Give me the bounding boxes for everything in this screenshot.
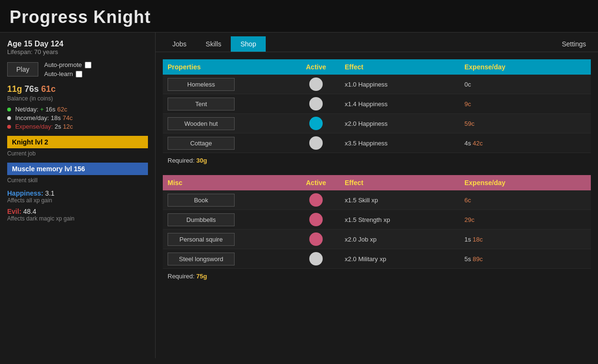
item-button[interactable]: Dumbbells: [168, 213, 235, 226]
expense-silver: 1s: [464, 236, 473, 243]
item-btn-container: Cottage: [168, 137, 287, 150]
auto-learn-label: Auto-learn: [44, 70, 73, 77]
gold-amount: 11g: [7, 84, 22, 94]
net-dot: [7, 108, 11, 111]
expense-text: 9c: [464, 100, 560, 108]
current-skill-label: Current skill: [7, 177, 148, 184]
tab-shop[interactable]: Shop: [231, 36, 266, 52]
expense-silver: 4s: [464, 140, 473, 147]
item-button[interactable]: Wooden hut: [168, 117, 235, 130]
copper-amount: 61c: [41, 84, 56, 94]
item-button[interactable]: Tent: [168, 98, 235, 110]
active-radio[interactable]: [309, 136, 323, 150]
item-button[interactable]: Cottage: [168, 137, 235, 150]
expense-copper: 12c: [63, 123, 73, 130]
misc-col1: Misc: [168, 179, 287, 187]
expense-copper: 18c: [473, 236, 483, 243]
item-btn-container: Steel longsword: [168, 253, 287, 265]
app-title: Progress Knight: [10, 7, 588, 27]
expense-dot: [7, 125, 11, 129]
table-row: Steel longsword x2.0 Military xp 5s 89c: [163, 249, 591, 269]
item-btn-container: Homeless: [168, 78, 287, 91]
net-day-sign: +: [40, 106, 45, 113]
evil-line: Evil: 48.4: [7, 208, 148, 215]
expense-text: 29c: [464, 216, 560, 223]
right-panel: Jobs Skills Shop Settings Properties Act…: [156, 33, 598, 358]
active-radio[interactable]: [309, 213, 323, 226]
item-button[interactable]: Steel longsword: [168, 253, 235, 265]
table-row: Dumbbells x1.5 Strength xp 29c: [163, 210, 591, 230]
income-copper: 74c: [63, 114, 73, 121]
job-bar[interactable]: Knight lvl 2: [7, 136, 148, 148]
radio-container: [287, 117, 345, 130]
income-dot: [7, 116, 11, 120]
auto-learn-checkbox[interactable]: [76, 71, 82, 77]
props-col3: Effect: [345, 63, 464, 71]
play-button[interactable]: Play: [7, 62, 38, 77]
tab-skills[interactable]: Skills: [196, 36, 231, 52]
expense-val: 59c: [464, 120, 474, 127]
expense-val: 0c: [464, 81, 471, 88]
auto-promote-option[interactable]: Auto-promote: [44, 61, 91, 68]
active-radio[interactable]: [309, 77, 323, 91]
item-button[interactable]: Book: [168, 194, 235, 207]
happiness-line: Happiness: 3.1: [7, 189, 148, 197]
props-col4: Expense/day: [464, 63, 560, 71]
item-button[interactable]: Homeless: [168, 78, 235, 91]
effect-text: x2.0 Happiness: [345, 120, 464, 127]
header: Progress Knight: [0, 0, 598, 33]
settings-button[interactable]: Settings: [557, 36, 591, 52]
expense-text: 5s 89c: [464, 255, 560, 263]
happiness-value: 3.1: [45, 189, 54, 197]
item-btn-container: Book: [168, 194, 287, 207]
auto-promote-checkbox[interactable]: [85, 62, 91, 68]
active-radio[interactable]: [309, 252, 323, 265]
effect-text: x1.5 Strength xp: [345, 216, 464, 223]
item-btn-container: Wooden hut: [168, 117, 287, 130]
lifespan-label: Lifespan: 70 years: [7, 48, 148, 55]
effect-text: x1.4 Happiness: [345, 100, 464, 108]
tab-jobs[interactable]: Jobs: [163, 36, 196, 52]
table-row: Tent x1.4 Happiness 9c: [163, 94, 591, 114]
active-radio[interactable]: [309, 232, 323, 246]
active-radio[interactable]: [309, 193, 323, 207]
effect-text: x3.5 Happiness: [345, 140, 464, 147]
active-radio[interactable]: [309, 97, 323, 110]
expense-copper: 42c: [473, 140, 483, 147]
age-info: Age 15 Day 124 Lifespan: 70 years: [7, 40, 148, 55]
happiness-section: Happiness: 3.1 Affects all xp gain: [7, 189, 148, 204]
current-job-label: Current job: [7, 150, 148, 157]
expense-silver: 2s: [55, 123, 61, 130]
radio-container: [287, 213, 345, 226]
balance-label: Balance (in coins): [7, 95, 148, 102]
active-radio[interactable]: [309, 117, 323, 130]
expense-label: Expense/day:: [15, 123, 53, 130]
expense-val: 29c: [464, 216, 474, 223]
table-row: Homeless x1.0 Happiness 0c: [163, 75, 591, 94]
props-col2: Active: [287, 63, 345, 71]
expense-text: 6c: [464, 197, 560, 204]
expense-val: 6c: [464, 197, 471, 204]
props-col1: Properties: [168, 63, 287, 71]
expense-line: Expense/day: 2s 12c: [7, 123, 148, 130]
auto-learn-option[interactable]: Auto-learn: [44, 70, 91, 77]
skill-bar[interactable]: Muscle memory lvl 156: [7, 163, 148, 175]
age-label: Age 15 Day 124: [7, 40, 148, 48]
effect-text: x2.0 Job xp: [345, 236, 464, 243]
misc-req-label: Required:: [168, 273, 194, 280]
auto-options: Auto-promote Auto-learn: [44, 61, 91, 77]
misc-rows: Book x1.5 Skill xp 6c Dumbbells x1.5 Str…: [163, 190, 591, 269]
shop-content: Properties Active Effect Expense/day Hom…: [156, 52, 598, 291]
net-day-silver: 16s: [45, 106, 56, 113]
item-button[interactable]: Personal squire: [168, 233, 235, 246]
properties-section-header: Properties Active Effect Expense/day: [163, 59, 591, 75]
properties-rows: Homeless x1.0 Happiness 0c Tent x1.4 Hap…: [163, 75, 591, 153]
properties-required-row: Required: 30g: [163, 153, 591, 168]
props-req-amount: 30g: [196, 157, 207, 164]
radio-container: [287, 252, 345, 265]
net-day-label: Net/day:: [15, 106, 38, 113]
misc-required-row: Required: 75g: [163, 269, 591, 284]
net-day-copper: 62c: [57, 106, 67, 113]
misc-col2: Active: [287, 179, 345, 187]
table-row: Cottage x3.5 Happiness 4s 42c: [163, 133, 591, 153]
